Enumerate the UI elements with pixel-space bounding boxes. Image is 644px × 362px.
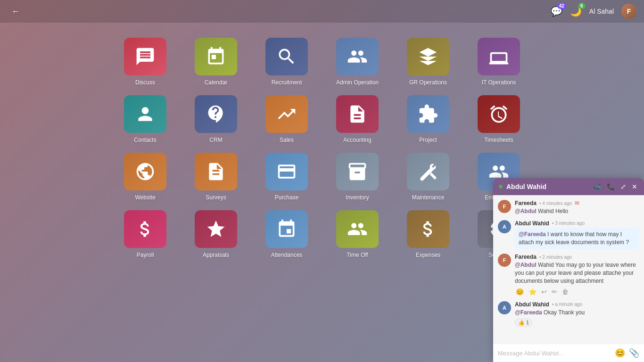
app-label-calendar: Calendar <box>205 79 228 86</box>
chat-badge: 42 <box>557 3 566 9</box>
app-label-sales: Sales <box>280 137 294 143</box>
user-avatar[interactable]: F <box>621 4 636 19</box>
app-website[interactable]: Website <box>117 153 173 201</box>
chat-message-time: • a minute ago <box>552 302 582 307</box>
chat-message-time: • 3 minutes ago <box>552 221 585 226</box>
chat-message-text: @Fareeda Okay Thank you <box>515 309 639 317</box>
app-icon-surveys <box>195 153 237 190</box>
app-discuss[interactable]: Discuss <box>117 38 173 86</box>
message-action-button[interactable]: 🗑 <box>561 287 570 296</box>
chat-message-time: • 2 minutes ago <box>539 255 572 260</box>
app-timesheets[interactable]: Timesheets <box>471 95 527 143</box>
app-accounting[interactable]: Accounting <box>329 95 386 143</box>
app-icon-inventory <box>336 153 379 190</box>
app-label-gr-operations: GR Operations <box>409 79 447 86</box>
chat-message-text: @Abdul Wahid Hello <box>515 207 639 215</box>
app-icon-recruitment <box>265 38 308 75</box>
app-appraisals[interactable]: Appraisals <box>188 210 244 258</box>
app-project[interactable]: Project <box>400 95 456 143</box>
emoji-icon[interactable]: 😊 <box>615 348 625 358</box>
app-label-purchase: Purchase <box>275 194 299 201</box>
expand-button[interactable]: ⤢ <box>619 182 627 191</box>
app-admin-operation[interactable]: Admin Operation <box>329 38 386 86</box>
app-surveys[interactable]: Surveys <box>188 153 244 201</box>
app-attendances[interactable]: Attendances <box>258 210 315 258</box>
message-action-button[interactable]: ↩ <box>540 287 548 296</box>
chat-input-area: 😊 📎 <box>493 344 644 362</box>
app-label-maintenance: Maintenance <box>412 194 445 201</box>
chat-message: FFareeda• 4 minutes ago✉@Abdul Wahid Hel… <box>498 200 639 215</box>
app-icon-attendances <box>265 210 308 248</box>
chat-message-time: • 4 minutes ago <box>539 201 572 206</box>
app-time-off[interactable]: Time Off <box>329 210 386 258</box>
chat-message: FFareeda• 2 minutes ago@Abdul Wahid You … <box>498 254 639 296</box>
mention: @Abdul <box>515 262 537 268</box>
mention: @Abdul <box>515 208 537 214</box>
app-icon-contacts <box>124 95 166 133</box>
chat-input[interactable] <box>498 350 611 357</box>
app-icon-project <box>407 95 449 133</box>
app-gr-operations[interactable]: GR Operations <box>400 38 456 86</box>
app-label-admin-operation: Admin Operation <box>336 79 379 86</box>
app-label-payroll: Payroll <box>137 252 154 258</box>
video-call-button[interactable]: 📹 <box>592 182 602 191</box>
chat-message-content: Abdul Wahid• a minute ago@Fareeda Okay T… <box>515 301 639 327</box>
app-purchase[interactable]: Purchase <box>258 153 315 201</box>
message-action-button[interactable]: 😊 <box>515 287 525 296</box>
app-icon-admin-operation <box>336 38 379 75</box>
app-label-attendances: Attendances <box>271 252 303 258</box>
app-label-surveys: Surveys <box>206 194 226 201</box>
chat-sender-name: Fareeda <box>515 254 537 260</box>
app-icon-calendar <box>195 38 237 75</box>
app-contacts[interactable]: Contacts <box>117 95 173 143</box>
app-icon-discuss <box>124 38 166 75</box>
chat-notification[interactable]: 💬 42 <box>551 6 562 17</box>
chat-sender-name: Abdul Wahid <box>515 220 549 227</box>
voice-call-button[interactable]: 📞 <box>606 182 616 191</box>
back-button[interactable]: ← <box>8 5 24 18</box>
chat-sender-name: Fareeda <box>515 200 537 206</box>
reaction-badge[interactable]: 👍 1 <box>515 319 532 327</box>
app-icon-purchase <box>265 153 308 190</box>
app-icon-accounting <box>336 95 379 133</box>
app-maintenance[interactable]: Maintenance <box>400 153 456 201</box>
chat-message-content: Fareeda• 2 minutes ago@Abdul Wahid You m… <box>515 254 639 296</box>
app-label-timesheets: Timesheets <box>484 137 513 143</box>
app-label-appraisals: Appraisals <box>203 252 229 258</box>
app-label-contacts: Contacts <box>134 137 156 143</box>
app-payroll[interactable]: Payroll <box>117 210 173 258</box>
app-label-recruitment: Recruitment <box>272 79 302 86</box>
app-icon-sales <box>265 95 308 133</box>
chat-sender-name: Abdul Wahid <box>515 301 549 308</box>
app-icon-maintenance <box>407 153 449 190</box>
app-sales[interactable]: Sales <box>258 95 315 143</box>
app-label-time-off: Time Off <box>347 252 368 258</box>
chat-window: Abdul Wahid 📹 📞 ⤢ ✕ FFareeda• 4 minutes … <box>493 178 644 362</box>
activity-notification[interactable]: 🌙 6 <box>570 6 582 17</box>
app-icon-crm <box>195 95 237 133</box>
app-label-accounting: Accounting <box>343 137 371 143</box>
chat-message: AAbdul Wahid• a minute ago@Fareeda Okay … <box>498 301 639 327</box>
app-label-inventory: Inventory <box>346 194 369 201</box>
chat-message-text: @Abdul Wahid You may go to your leave wh… <box>515 261 639 285</box>
chat-avatar: A <box>498 220 511 233</box>
app-recruitment[interactable]: Recruitment <box>258 38 315 86</box>
attachment-icon[interactable]: 📎 <box>629 348 639 358</box>
app-icon-payroll <box>124 210 166 248</box>
chat-message-content: Abdul Wahid• 3 minutes ago@Fareeda I wan… <box>515 220 639 249</box>
topbar-right: 💬 42 🌙 6 Al Sahal F <box>551 4 636 19</box>
app-expenses[interactable]: Expenses <box>400 210 456 258</box>
app-it-operations[interactable]: IT Operations <box>471 38 527 86</box>
message-action-button[interactable]: ✏ <box>551 287 558 296</box>
topbar-left: ← <box>8 5 24 18</box>
app-icon-website <box>124 153 166 190</box>
message-action-button[interactable]: ⭐ <box>528 287 537 296</box>
activity-badge: 6 <box>578 3 586 9</box>
app-calendar[interactable]: Calendar <box>188 38 244 86</box>
chat-message-text: @Fareeda I want to know that how may I a… <box>515 228 639 249</box>
chat-avatar: F <box>498 200 511 213</box>
close-chat-button[interactable]: ✕ <box>631 182 638 191</box>
app-crm[interactable]: CRM <box>188 95 244 143</box>
app-label-website: Website <box>135 194 155 201</box>
app-inventory[interactable]: Inventory <box>329 153 386 201</box>
